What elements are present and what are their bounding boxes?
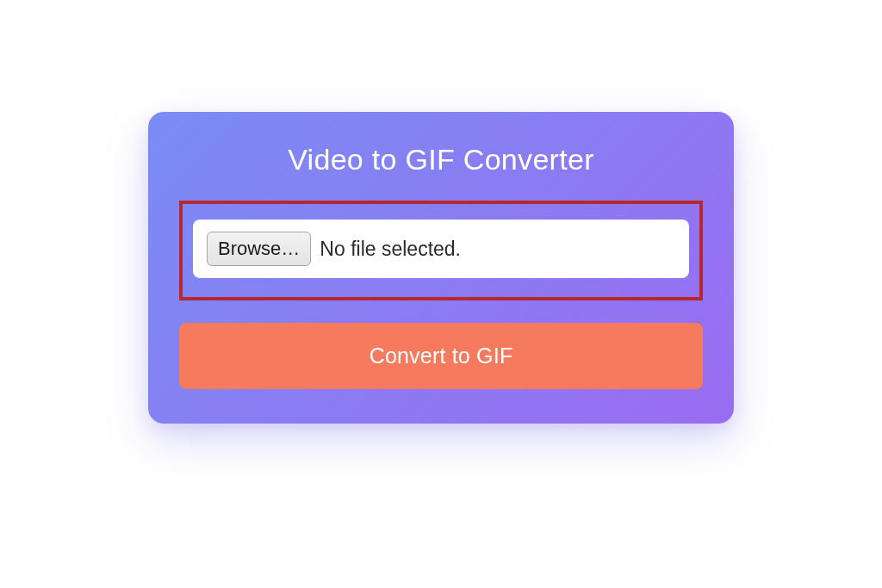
converter-card: Video to GIF Converter Browse… No file s… [148,112,734,424]
card-title: Video to GIF Converter [179,143,703,176]
browse-button[interactable]: Browse… [207,232,311,266]
file-input-highlight: Browse… No file selected. [179,201,703,300]
file-status-text: No file selected. [320,238,461,261]
convert-button[interactable]: Convert to GIF [179,323,703,389]
file-input-wrapper[interactable]: Browse… No file selected. [193,220,689,278]
